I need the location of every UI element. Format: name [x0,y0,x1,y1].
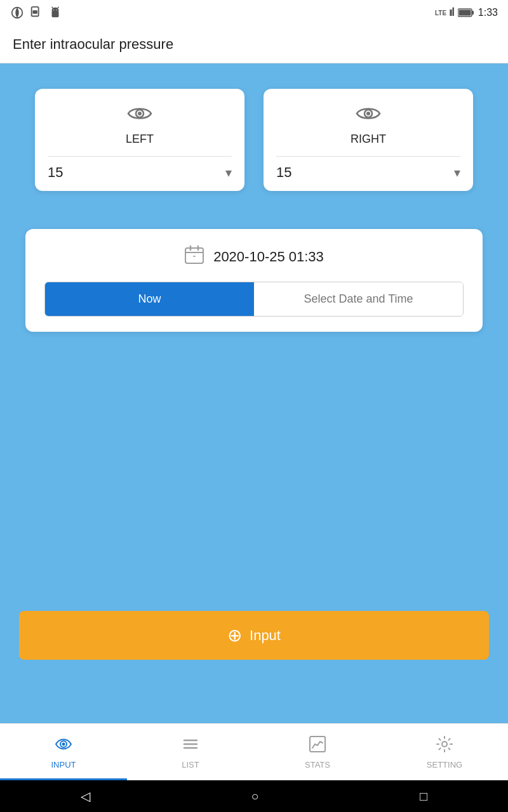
plus-circle-icon: ⊕ [227,625,242,646]
svg-point-4 [53,10,54,10]
lte-icon: LTE [435,7,454,18]
svg-point-3 [52,8,59,13]
status-bar-right: LTE 1:33 [435,7,498,18]
datetime-card: 2020-10-25 01:33 Now Select Date and Tim… [25,229,483,332]
svg-point-25 [62,742,65,745]
nav-label-list: LIST [182,760,199,769]
list-nav-icon [182,735,199,757]
stats-nav-icon [309,735,326,757]
calendar-icon [184,244,204,269]
input-nav-icon [55,735,72,757]
svg-rect-9 [450,10,451,16]
svg-rect-10 [452,8,454,16]
setting-nav-icon [436,735,453,757]
status-bar-left [10,6,62,20]
recent-button[interactable]: □ [420,789,427,804]
status-time: 1:33 [478,7,498,18]
main-content: LEFT 15 ▾ RIGHT 15 ▾ [0,63,508,723]
input-button-label: Input [250,627,281,644]
svg-line-6 [52,7,53,8]
svg-point-30 [442,742,447,747]
arch-icon [10,6,24,20]
left-eye-icon [127,104,152,128]
nav-label-setting: SETTING [427,760,462,769]
right-eye-icon [356,104,381,128]
back-button[interactable]: ◁ [81,789,90,804]
nav-item-stats[interactable]: STATS [254,724,381,780]
left-eye-label: LEFT [126,133,154,146]
svg-point-15 [138,112,142,115]
svg-rect-2 [33,10,37,13]
datetime-display: 2020-10-25 01:33 [184,244,324,269]
right-eye-dropdown-arrow[interactable]: ▾ [454,165,460,180]
svg-rect-29 [310,737,325,752]
right-eye-select[interactable]: 15 ▾ [276,156,460,181]
left-eye-value: 15 [48,164,63,181]
right-eye-value: 15 [276,164,291,181]
right-eye-label: RIGHT [351,133,386,146]
right-eye-card: RIGHT 15 ▾ [264,89,473,191]
system-nav: ◁ ○ □ [0,780,508,812]
android-icon [48,6,62,20]
svg-rect-18 [185,248,203,263]
svg-rect-13 [458,10,471,16]
svg-line-7 [58,7,59,8]
datetime-toggle: Now Select Date and Time [44,282,464,317]
nav-label-stats: STATS [305,760,330,769]
svg-text:LTE: LTE [435,10,446,16]
battery-icon [458,8,474,18]
sim-icon [29,6,43,20]
nav-label-input: INPUT [51,760,76,769]
select-datetime-button[interactable]: Select Date and Time [254,282,463,316]
input-button[interactable]: ⊕ Input [19,611,489,660]
nav-item-input[interactable]: INPUT [0,724,127,780]
app-bar: Enter intraocular pressure [0,25,508,63]
nav-item-list[interactable]: LIST [127,724,254,780]
left-eye-dropdown-arrow[interactable]: ▾ [225,165,232,180]
bottom-nav: INPUT LIST STATS SETTIN [0,723,508,780]
left-eye-select[interactable]: 15 ▾ [48,156,232,181]
nav-item-setting[interactable]: SETTING [381,724,508,780]
svg-point-5 [57,10,57,10]
home-button[interactable]: ○ [251,789,258,804]
input-btn-container: ⊕ Input [19,611,489,660]
left-eye-card: LEFT 15 ▾ [35,89,244,191]
svg-rect-12 [472,11,474,15]
datetime-text: 2020-10-25 01:33 [213,249,324,265]
app-bar-title: Enter intraocular pressure [13,36,173,53]
pressure-row: LEFT 15 ▾ RIGHT 15 ▾ [19,89,489,191]
now-button[interactable]: Now [45,282,254,316]
status-bar: LTE 1:33 [0,0,508,25]
svg-point-17 [366,112,370,115]
